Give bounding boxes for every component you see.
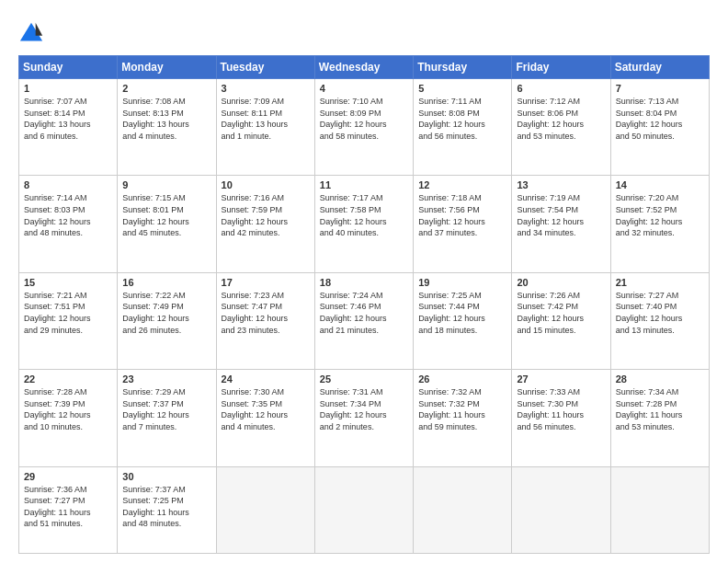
calendar-header-tuesday: Tuesday [216, 56, 314, 79]
calendar-cell: 27Sunrise: 7:33 AM Sunset: 7:30 PM Dayli… [512, 370, 610, 466]
day-info: Sunrise: 7:20 AM Sunset: 7:52 PM Dayligh… [616, 192, 704, 238]
calendar-table: SundayMondayTuesdayWednesdayThursdayFrid… [18, 55, 710, 554]
day-number: 12 [418, 179, 506, 190]
day-info: Sunrise: 7:31 AM Sunset: 7:34 PM Dayligh… [320, 386, 408, 432]
day-number: 19 [418, 277, 506, 288]
logo [18, 20, 48, 46]
calendar-week-row: 15Sunrise: 7:21 AM Sunset: 7:51 PM Dayli… [19, 272, 710, 369]
calendar-cell: 6Sunrise: 7:12 AM Sunset: 8:06 PM Daylig… [512, 79, 610, 176]
calendar-cell: 20Sunrise: 7:26 AM Sunset: 7:42 PM Dayli… [512, 272, 610, 369]
day-number: 22 [24, 373, 112, 385]
day-info: Sunrise: 7:15 AM Sunset: 8:01 PM Dayligh… [122, 192, 210, 238]
calendar-cell: 13Sunrise: 7:19 AM Sunset: 7:54 PM Dayli… [512, 176, 610, 272]
calendar-cell [512, 466, 610, 553]
calendar-cell: 21Sunrise: 7:27 AM Sunset: 7:40 PM Dayli… [610, 272, 709, 369]
calendar-cell: 29Sunrise: 7:36 AM Sunset: 7:27 PM Dayli… [19, 466, 118, 553]
calendar-cell: 28Sunrise: 7:34 AM Sunset: 7:28 PM Dayli… [610, 370, 709, 466]
day-info: Sunrise: 7:27 AM Sunset: 7:40 PM Dayligh… [616, 290, 704, 336]
calendar-week-row: 1Sunrise: 7:07 AM Sunset: 8:14 PM Daylig… [19, 79, 710, 176]
calendar-cell: 15Sunrise: 7:21 AM Sunset: 7:51 PM Dayli… [19, 272, 118, 369]
day-info: Sunrise: 7:30 AM Sunset: 7:35 PM Dayligh… [222, 386, 310, 432]
calendar-header-thursday: Thursday [414, 56, 512, 79]
calendar-cell [314, 466, 413, 553]
calendar-header-friday: Friday [512, 56, 610, 79]
day-number: 17 [222, 277, 310, 288]
day-number: 29 [24, 471, 112, 482]
day-number: 13 [517, 179, 605, 190]
day-number: 25 [320, 373, 408, 385]
calendar-cell: 10Sunrise: 7:16 AM Sunset: 7:59 PM Dayli… [216, 176, 314, 272]
day-number: 14 [616, 179, 704, 190]
day-number: 3 [222, 83, 310, 94]
day-number: 4 [320, 83, 408, 94]
day-number: 26 [418, 373, 506, 385]
day-number: 28 [616, 373, 704, 385]
calendar-week-row: 29Sunrise: 7:36 AM Sunset: 7:27 PM Dayli… [19, 466, 710, 553]
calendar-cell: 19Sunrise: 7:25 AM Sunset: 7:44 PM Dayli… [414, 272, 512, 369]
day-info: Sunrise: 7:37 AM Sunset: 7:25 PM Dayligh… [122, 484, 210, 530]
calendar-header-sunday: Sunday [19, 56, 118, 79]
svg-marker-1 [36, 23, 42, 36]
day-info: Sunrise: 7:25 AM Sunset: 7:44 PM Dayligh… [418, 290, 506, 336]
day-number: 2 [122, 83, 210, 94]
header [18, 17, 710, 46]
calendar-cell: 12Sunrise: 7:18 AM Sunset: 7:56 PM Dayli… [414, 176, 512, 272]
day-number: 6 [517, 83, 605, 94]
calendar-cell: 16Sunrise: 7:22 AM Sunset: 7:49 PM Dayli… [118, 272, 216, 369]
day-info: Sunrise: 7:11 AM Sunset: 8:08 PM Dayligh… [418, 96, 506, 142]
calendar-cell: 30Sunrise: 7:37 AM Sunset: 7:25 PM Dayli… [118, 466, 216, 553]
day-number: 1 [24, 83, 112, 94]
calendar-header-row: SundayMondayTuesdayWednesdayThursdayFrid… [19, 56, 710, 79]
day-info: Sunrise: 7:26 AM Sunset: 7:42 PM Dayligh… [517, 290, 605, 336]
calendar-header-monday: Monday [118, 56, 216, 79]
calendar-header-saturday: Saturday [610, 56, 709, 79]
calendar-cell: 24Sunrise: 7:30 AM Sunset: 7:35 PM Dayli… [216, 370, 314, 466]
day-info: Sunrise: 7:12 AM Sunset: 8:06 PM Dayligh… [517, 96, 605, 142]
calendar-cell: 11Sunrise: 7:17 AM Sunset: 7:58 PM Dayli… [314, 176, 413, 272]
calendar-cell: 14Sunrise: 7:20 AM Sunset: 7:52 PM Dayli… [610, 176, 709, 272]
day-number: 21 [616, 277, 704, 288]
day-info: Sunrise: 7:32 AM Sunset: 7:32 PM Dayligh… [418, 386, 506, 432]
calendar-cell: 18Sunrise: 7:24 AM Sunset: 7:46 PM Dayli… [314, 272, 413, 369]
calendar-cell [216, 466, 314, 553]
calendar-cell: 22Sunrise: 7:28 AM Sunset: 7:39 PM Dayli… [19, 370, 118, 466]
day-info: Sunrise: 7:17 AM Sunset: 7:58 PM Dayligh… [320, 192, 408, 238]
day-info: Sunrise: 7:28 AM Sunset: 7:39 PM Dayligh… [24, 386, 112, 432]
day-number: 27 [517, 373, 605, 385]
day-info: Sunrise: 7:08 AM Sunset: 8:13 PM Dayligh… [122, 96, 210, 142]
day-number: 5 [418, 83, 506, 94]
calendar-cell: 3Sunrise: 7:09 AM Sunset: 8:11 PM Daylig… [216, 79, 314, 176]
day-info: Sunrise: 7:07 AM Sunset: 8:14 PM Dayligh… [24, 96, 112, 142]
day-number: 18 [320, 277, 408, 288]
calendar-cell: 17Sunrise: 7:23 AM Sunset: 7:47 PM Dayli… [216, 272, 314, 369]
day-number: 7 [616, 83, 704, 94]
calendar-cell: 8Sunrise: 7:14 AM Sunset: 8:03 PM Daylig… [19, 176, 118, 272]
day-info: Sunrise: 7:10 AM Sunset: 8:09 PM Dayligh… [320, 96, 408, 142]
day-number: 15 [24, 277, 112, 288]
day-info: Sunrise: 7:13 AM Sunset: 8:04 PM Dayligh… [616, 96, 704, 142]
day-number: 24 [222, 373, 310, 385]
day-number: 16 [122, 277, 210, 288]
calendar-header-wednesday: Wednesday [314, 56, 413, 79]
day-info: Sunrise: 7:19 AM Sunset: 7:54 PM Dayligh… [517, 192, 605, 238]
calendar-cell [610, 466, 709, 553]
logo-icon [18, 20, 44, 46]
calendar-cell: 1Sunrise: 7:07 AM Sunset: 8:14 PM Daylig… [19, 79, 118, 176]
day-info: Sunrise: 7:36 AM Sunset: 7:27 PM Dayligh… [24, 484, 112, 530]
day-info: Sunrise: 7:09 AM Sunset: 8:11 PM Dayligh… [222, 96, 310, 142]
day-info: Sunrise: 7:18 AM Sunset: 7:56 PM Dayligh… [418, 192, 506, 238]
calendar-cell [414, 466, 512, 553]
calendar-cell: 5Sunrise: 7:11 AM Sunset: 8:08 PM Daylig… [414, 79, 512, 176]
day-number: 8 [24, 179, 112, 190]
page: SundayMondayTuesdayWednesdayThursdayFrid… [0, 0, 728, 563]
day-number: 9 [122, 179, 210, 190]
calendar-cell: 26Sunrise: 7:32 AM Sunset: 7:32 PM Dayli… [414, 370, 512, 466]
calendar-cell: 7Sunrise: 7:13 AM Sunset: 8:04 PM Daylig… [610, 79, 709, 176]
day-number: 30 [122, 471, 210, 482]
day-info: Sunrise: 7:21 AM Sunset: 7:51 PM Dayligh… [24, 290, 112, 336]
calendar-cell: 4Sunrise: 7:10 AM Sunset: 8:09 PM Daylig… [314, 79, 413, 176]
day-info: Sunrise: 7:14 AM Sunset: 8:03 PM Dayligh… [24, 192, 112, 238]
day-info: Sunrise: 7:23 AM Sunset: 7:47 PM Dayligh… [222, 290, 310, 336]
day-number: 20 [517, 277, 605, 288]
calendar-cell: 25Sunrise: 7:31 AM Sunset: 7:34 PM Dayli… [314, 370, 413, 466]
